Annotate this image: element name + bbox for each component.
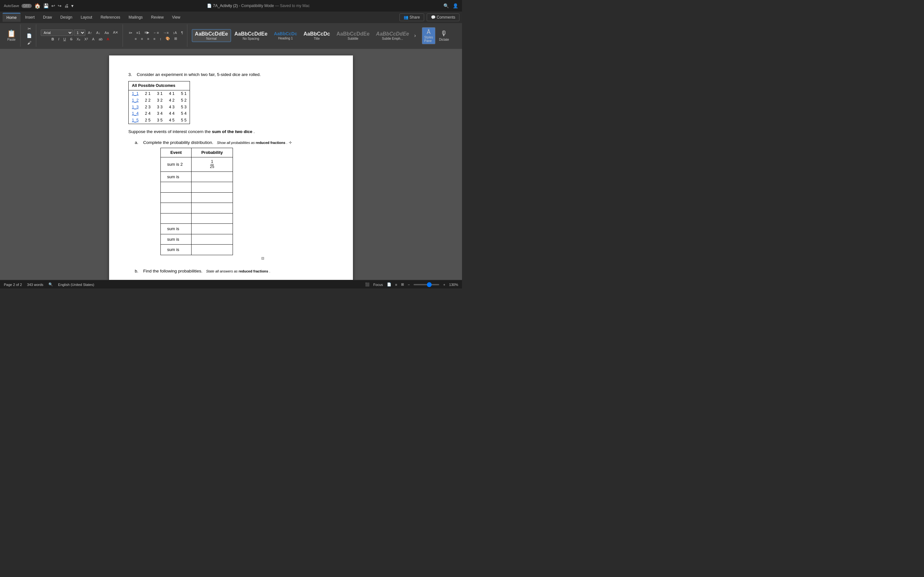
style-subtle-emph[interactable]: AaBbCcDdEe Subtle Emph...	[373, 29, 412, 42]
font-color-button[interactable]: A	[90, 37, 96, 42]
tab-design[interactable]: Design	[57, 13, 76, 21]
justify-button[interactable]: ≡	[152, 36, 157, 41]
prob-8[interactable]	[192, 234, 233, 245]
event-1[interactable]: sum is 2	[161, 157, 192, 171]
autosave-label[interactable]: AutoSave OFF	[4, 4, 32, 8]
tab-references[interactable]: References	[97, 13, 124, 21]
save-icon[interactable]: 💾	[43, 3, 49, 8]
table-resize-handle[interactable]	[262, 257, 264, 259]
event-5[interactable]	[161, 203, 192, 213]
autosave-text: AutoSave	[4, 4, 19, 8]
ribbon-group-font: Arial 12 A↑ A↓ Aa A✕ B I U S X₂ X² A ab …	[38, 24, 123, 47]
event-3[interactable]	[161, 182, 192, 193]
search-icon[interactable]: 🔍	[443, 3, 449, 8]
tab-view[interactable]: View	[168, 13, 184, 21]
probability-table[interactable]: Event Probability sum is 2 1 25	[160, 148, 233, 255]
zoom-out-button[interactable]: −	[408, 283, 410, 287]
strikethrough-button[interactable]: S	[68, 37, 74, 42]
prob-2[interactable]	[192, 171, 233, 182]
dictate-button[interactable]: 🎙 Dictate	[437, 29, 451, 43]
view-icon-1[interactable]: ≡	[395, 283, 397, 287]
prob-7[interactable]	[192, 224, 233, 234]
increase-indent-button[interactable]: →≡	[162, 30, 170, 35]
focus-label[interactable]: Focus	[373, 283, 383, 287]
numbering-button[interactable]: ≡1	[135, 30, 142, 35]
shading-button[interactable]: 🎨	[164, 36, 172, 41]
prob-6[interactable]	[192, 213, 233, 224]
change-case-button[interactable]: Aa	[103, 30, 110, 35]
decrease-indent-button[interactable]: ←≡	[152, 30, 160, 35]
style-normal[interactable]: AaBbCcDdEe Normal	[192, 29, 231, 42]
tab-mailings[interactable]: Mailings	[125, 13, 147, 21]
tab-draw[interactable]: Draw	[39, 13, 56, 21]
prob-1[interactable]: 1 25	[192, 157, 233, 171]
tab-insert[interactable]: Insert	[21, 13, 39, 21]
multilevel-button[interactable]: ≡▶	[143, 30, 150, 35]
view-icon-2[interactable]: ⊞	[401, 282, 404, 287]
line-spacing-button[interactable]: ↕	[158, 36, 163, 41]
font-size-selector[interactable]: 12	[74, 29, 86, 36]
event-7[interactable]: sum is	[161, 224, 192, 234]
outcome-2-5: 5 2	[178, 97, 190, 104]
zoom-slider[interactable]	[414, 284, 439, 285]
event-6[interactable]	[161, 213, 192, 224]
style-heading1[interactable]: AaBbCcDc Heading 1	[271, 29, 300, 42]
format-painter-button[interactable]: 🖌	[25, 40, 33, 46]
event-4[interactable]	[161, 192, 192, 203]
tab-layout[interactable]: Layout	[77, 13, 96, 21]
home-icon[interactable]: 🏠	[34, 3, 41, 9]
account-icon[interactable]: 👤	[453, 3, 458, 8]
prob-line-1[interactable]: P(sum is 6) =	[138, 279, 334, 280]
font-selector[interactable]: Arial	[41, 29, 73, 36]
comments-button[interactable]: 💬 Comments	[427, 13, 459, 21]
underline-button[interactable]: U	[61, 37, 67, 42]
cut-button[interactable]: ✂	[25, 26, 33, 32]
event-9[interactable]: sum is	[161, 245, 192, 255]
title-bar-right: 🔍 👤	[443, 3, 458, 8]
subscript-button[interactable]: X₂	[75, 37, 82, 42]
ribbon-group-clipboard: ✂ 📄 🖌	[23, 24, 36, 47]
highlight-button[interactable]: ab	[97, 37, 104, 42]
language-check-icon[interactable]: 🔍	[48, 282, 53, 287]
align-center-button[interactable]: ≡	[139, 36, 144, 41]
italic-button[interactable]: I	[57, 37, 61, 42]
prob-9[interactable]	[192, 245, 233, 255]
align-right-button[interactable]: ≡	[145, 36, 151, 41]
text-color-button[interactable]: A	[105, 37, 111, 42]
shrink-font-button[interactable]: A↓	[95, 30, 102, 35]
more-icon[interactable]: ▾	[71, 3, 73, 8]
style-subtitle[interactable]: AaBbCcDdEe Subtitle	[334, 29, 373, 42]
tab-home[interactable]: Home	[3, 13, 21, 22]
outcomes-header: All Possible Outcomes	[129, 81, 190, 90]
styles-pane-button[interactable]: Ā Styles Pane	[422, 27, 435, 44]
align-left-button[interactable]: ≡	[133, 36, 138, 41]
clear-format-button[interactable]: A✕	[111, 30, 120, 35]
zoom-in-button[interactable]: +	[443, 283, 445, 287]
style-no-spacing-preview: AaBbCcDdEe	[234, 31, 268, 37]
redo-icon[interactable]: ↪	[58, 3, 61, 8]
share-button[interactable]: 👥 Share	[399, 13, 424, 21]
tab-review[interactable]: Review	[147, 13, 168, 21]
grow-font-button[interactable]: A↑	[86, 30, 94, 35]
style-title[interactable]: AaBbCcDc Title	[300, 29, 333, 42]
style-no-spacing[interactable]: AaBbCcDdEe No Spacing	[232, 29, 270, 42]
borders-button[interactable]: ⊞	[173, 36, 179, 41]
event-8[interactable]: sum is	[161, 234, 192, 245]
layout-icon[interactable]: 📄	[387, 282, 391, 287]
undo-icon[interactable]: ↩	[51, 3, 55, 8]
sort-button[interactable]: ↕A	[171, 30, 179, 35]
bullets-button[interactable]: ≡•	[128, 30, 134, 35]
styles-expand-button[interactable]: ›	[413, 32, 417, 39]
bold-button[interactable]: B	[50, 37, 55, 42]
event-2[interactable]: sum is	[161, 171, 192, 182]
prob-3[interactable]	[192, 182, 233, 193]
show-formatting-button[interactable]: ¶	[179, 30, 184, 35]
autosave-toggle[interactable]: OFF	[21, 4, 32, 8]
prob-4[interactable]	[192, 192, 233, 203]
superscript-button[interactable]: X²	[83, 37, 89, 42]
paste-button[interactable]: 📋 Paste	[5, 29, 18, 43]
prob-5[interactable]	[192, 203, 233, 213]
copy-button[interactable]: 📄	[25, 33, 33, 39]
print-icon[interactable]: 🖨	[64, 3, 69, 8]
page[interactable]: 3. Consider an experiment in which two f…	[109, 55, 353, 280]
